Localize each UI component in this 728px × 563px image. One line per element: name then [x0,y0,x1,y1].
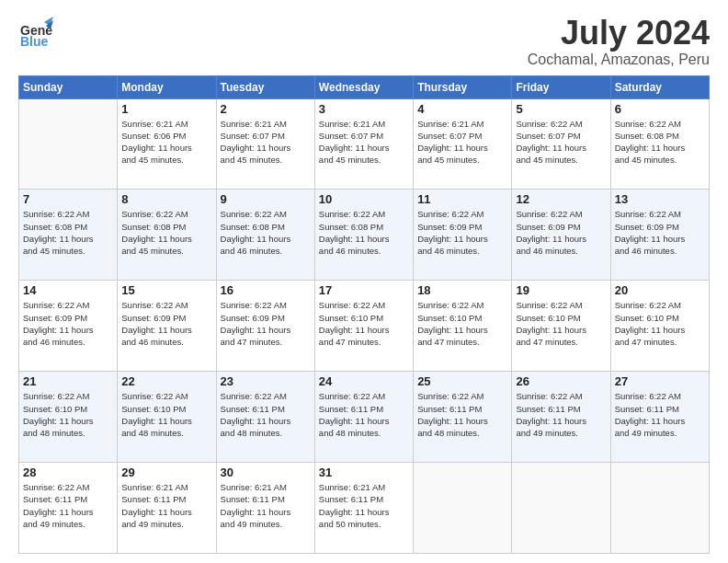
calendar-cell: 1Sunrise: 6:21 AM Sunset: 6:06 PM Daylig… [118,98,216,190]
day-number: 28 [23,465,113,479]
day-info: Sunrise: 6:22 AM Sunset: 6:11 PM Dayligh… [417,390,507,439]
day-info: Sunrise: 6:22 AM Sunset: 6:10 PM Dayligh… [516,299,606,348]
day-info: Sunrise: 6:21 AM Sunset: 6:11 PM Dayligh… [121,481,211,530]
weekday-header-thursday: Thursday [414,75,512,98]
day-number: 6 [615,102,705,116]
day-number: 4 [417,102,507,116]
calendar-cell: 21Sunrise: 6:22 AM Sunset: 6:10 PM Dayli… [19,372,118,463]
calendar-cell: 26Sunrise: 6:22 AM Sunset: 6:11 PM Dayli… [512,372,610,463]
day-number: 13 [615,192,705,206]
calendar-cell: 8Sunrise: 6:22 AM Sunset: 6:08 PM Daylig… [118,190,216,281]
day-info: Sunrise: 6:22 AM Sunset: 6:09 PM Dayligh… [516,208,606,257]
svg-text:Blue: Blue [20,34,49,49]
weekday-header-saturday: Saturday [610,75,709,98]
day-number: 2 [221,102,311,116]
day-info: Sunrise: 6:21 AM Sunset: 6:06 PM Dayligh… [121,118,211,167]
day-info: Sunrise: 6:22 AM Sunset: 6:08 PM Dayligh… [319,208,409,257]
day-number: 9 [221,192,311,206]
day-info: Sunrise: 6:22 AM Sunset: 6:11 PM Dayligh… [319,390,409,439]
header: General Blue July 2024 Cochamal, Amazona… [18,15,710,68]
calendar-cell: 18Sunrise: 6:22 AM Sunset: 6:10 PM Dayli… [414,281,512,372]
calendar-cell: 2Sunrise: 6:21 AM Sunset: 6:07 PM Daylig… [216,98,314,190]
day-number: 25 [417,374,507,388]
calendar-cell [19,98,118,190]
day-info: Sunrise: 6:22 AM Sunset: 6:09 PM Dayligh… [417,208,507,257]
day-info: Sunrise: 6:22 AM Sunset: 6:09 PM Dayligh… [121,299,211,348]
calendar-cell: 3Sunrise: 6:21 AM Sunset: 6:07 PM Daylig… [314,98,413,190]
calendar-cell: 25Sunrise: 6:22 AM Sunset: 6:11 PM Dayli… [414,372,512,463]
calendar-cell: 16Sunrise: 6:22 AM Sunset: 6:09 PM Dayli… [216,281,314,372]
day-info: Sunrise: 6:22 AM Sunset: 6:10 PM Dayligh… [417,299,507,348]
weekday-header-wednesday: Wednesday [314,75,413,98]
day-number: 3 [319,102,409,116]
day-info: Sunrise: 6:21 AM Sunset: 6:07 PM Dayligh… [417,118,507,167]
day-number: 8 [121,192,211,206]
calendar-cell: 12Sunrise: 6:22 AM Sunset: 6:09 PM Dayli… [512,190,610,281]
day-number: 27 [615,374,705,388]
day-number: 5 [516,102,606,116]
day-number: 14 [23,283,113,297]
day-info: Sunrise: 6:22 AM Sunset: 6:11 PM Dayligh… [221,390,311,439]
day-info: Sunrise: 6:22 AM Sunset: 6:08 PM Dayligh… [615,118,705,167]
day-number: 31 [319,465,409,479]
day-number: 17 [319,283,409,297]
week-row-1: 1Sunrise: 6:21 AM Sunset: 6:06 PM Daylig… [19,98,710,190]
day-info: Sunrise: 6:21 AM Sunset: 6:07 PM Dayligh… [221,118,311,167]
calendar-cell: 17Sunrise: 6:22 AM Sunset: 6:10 PM Dayli… [314,281,413,372]
weekday-header-sunday: Sunday [19,75,118,98]
day-number: 11 [417,192,507,206]
day-number: 24 [319,374,409,388]
calendar-cell: 31Sunrise: 6:21 AM Sunset: 6:11 PM Dayli… [314,463,413,554]
day-number: 16 [221,283,311,297]
logo: General Blue [18,15,53,50]
calendar-cell: 6Sunrise: 6:22 AM Sunset: 6:08 PM Daylig… [610,98,709,190]
calendar-cell [512,463,610,554]
weekday-header-friday: Friday [512,75,610,98]
calendar-cell: 22Sunrise: 6:22 AM Sunset: 6:10 PM Dayli… [118,372,216,463]
day-info: Sunrise: 6:22 AM Sunset: 6:09 PM Dayligh… [615,208,705,257]
week-row-5: 28Sunrise: 6:22 AM Sunset: 6:11 PM Dayli… [19,463,710,554]
calendar-cell: 24Sunrise: 6:22 AM Sunset: 6:11 PM Dayli… [314,372,413,463]
calendar-cell: 29Sunrise: 6:21 AM Sunset: 6:11 PM Dayli… [118,463,216,554]
day-number: 10 [319,192,409,206]
page: General Blue July 2024 Cochamal, Amazona… [0,0,728,563]
day-number: 7 [23,192,113,206]
day-number: 20 [615,283,705,297]
day-info: Sunrise: 6:22 AM Sunset: 6:10 PM Dayligh… [23,390,113,439]
day-info: Sunrise: 6:22 AM Sunset: 6:07 PM Dayligh… [516,118,606,167]
calendar-cell: 14Sunrise: 6:22 AM Sunset: 6:09 PM Dayli… [19,281,118,372]
calendar-cell: 13Sunrise: 6:22 AM Sunset: 6:09 PM Dayli… [610,190,709,281]
day-info: Sunrise: 6:21 AM Sunset: 6:11 PM Dayligh… [319,481,409,530]
calendar-cell: 10Sunrise: 6:22 AM Sunset: 6:08 PM Dayli… [314,190,413,281]
day-info: Sunrise: 6:22 AM Sunset: 6:10 PM Dayligh… [121,390,211,439]
calendar-cell: 28Sunrise: 6:22 AM Sunset: 6:11 PM Dayli… [19,463,118,554]
day-info: Sunrise: 6:22 AM Sunset: 6:08 PM Dayligh… [121,208,211,257]
week-row-4: 21Sunrise: 6:22 AM Sunset: 6:10 PM Dayli… [19,372,710,463]
day-number: 22 [121,374,211,388]
weekday-header-tuesday: Tuesday [216,75,314,98]
calendar-cell: 19Sunrise: 6:22 AM Sunset: 6:10 PM Dayli… [512,281,610,372]
day-info: Sunrise: 6:22 AM Sunset: 6:11 PM Dayligh… [516,390,606,439]
calendar-cell: 20Sunrise: 6:22 AM Sunset: 6:10 PM Dayli… [610,281,709,372]
calendar-table: SundayMondayTuesdayWednesdayThursdayFrid… [18,75,710,554]
calendar-cell: 4Sunrise: 6:21 AM Sunset: 6:07 PM Daylig… [414,98,512,190]
day-info: Sunrise: 6:22 AM Sunset: 6:08 PM Dayligh… [221,208,311,257]
title-block: July 2024 Cochamal, Amazonas, Peru [528,15,710,68]
calendar-cell: 30Sunrise: 6:21 AM Sunset: 6:11 PM Dayli… [216,463,314,554]
day-number: 19 [516,283,606,297]
calendar-cell: 11Sunrise: 6:22 AM Sunset: 6:09 PM Dayli… [414,190,512,281]
day-number: 30 [221,465,311,479]
weekday-header-row: SundayMondayTuesdayWednesdayThursdayFrid… [19,75,710,98]
day-number: 15 [121,283,211,297]
day-number: 21 [23,374,113,388]
calendar-cell [610,463,709,554]
day-info: Sunrise: 6:22 AM Sunset: 6:10 PM Dayligh… [319,299,409,348]
calendar-cell [414,463,512,554]
week-row-3: 14Sunrise: 6:22 AM Sunset: 6:09 PM Dayli… [19,281,710,372]
day-info: Sunrise: 6:22 AM Sunset: 6:11 PM Dayligh… [615,390,705,439]
calendar-cell: 15Sunrise: 6:22 AM Sunset: 6:09 PM Dayli… [118,281,216,372]
day-info: Sunrise: 6:22 AM Sunset: 6:09 PM Dayligh… [23,299,113,348]
page-subtitle: Cochamal, Amazonas, Peru [528,52,710,68]
week-row-2: 7Sunrise: 6:22 AM Sunset: 6:08 PM Daylig… [19,190,710,281]
day-info: Sunrise: 6:22 AM Sunset: 6:11 PM Dayligh… [23,481,113,530]
